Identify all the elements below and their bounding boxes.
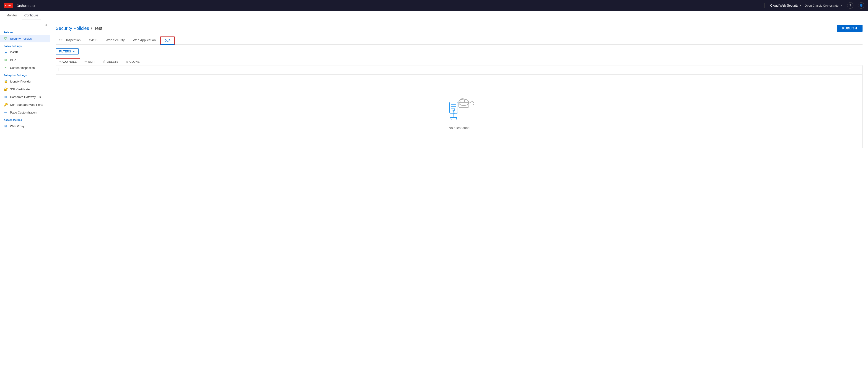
lock-icon: 🔐 (4, 87, 8, 91)
sidebar-label-web-proxy: Web Proxy (10, 124, 24, 128)
tabs-bar: SSL Inspection CASB Web Security Web App… (56, 36, 863, 45)
chevron-down-icon: ▾ (800, 4, 801, 7)
cloud-lock-icon: 🔒 (4, 79, 8, 84)
breadcrumb-current: Test (94, 26, 102, 31)
select-all-checkbox[interactable] (59, 68, 62, 71)
edit-button[interactable]: ✏ EDIT (81, 58, 98, 65)
clone-button[interactable]: ⧉ CLONE (123, 58, 143, 65)
sidebar-label-security-policies: Security Policies (10, 37, 32, 40)
svg-line-2 (469, 101, 472, 103)
user-button[interactable]: 👤 (858, 2, 864, 9)
sidebar-item-non-standard-web-ports[interactable]: 🔑 Non-Standard Web Ports (0, 101, 50, 108)
breadcrumb-link[interactable]: Security Policies (56, 26, 89, 31)
filter-icon: ▼ (72, 50, 75, 53)
vmw-logo: vmw (4, 3, 13, 8)
empty-state: No rules found (56, 74, 862, 148)
publish-button[interactable]: PUBLISH (837, 25, 863, 32)
clone-icon: ⧉ (126, 60, 128, 64)
sidebar-item-web-proxy[interactable]: ⊞ Web Proxy (0, 122, 50, 130)
top-nav: vmw Orchestrator Cloud Web Security ▾ Op… (0, 0, 868, 11)
leaf-icon: ❧ (4, 66, 8, 70)
open-classic-label: Open Classic Orchestrator (805, 4, 839, 7)
sidebar-section-access-method: Access Method (0, 116, 50, 122)
edit-box-icon: ✏ (4, 110, 8, 115)
delete-label: DELETE (107, 60, 119, 63)
top-nav-right: Open Classic Orchestrator ↗ ? 👤 (805, 2, 864, 9)
sidebar-item-casb[interactable]: ☁ CASB (0, 48, 50, 56)
sidebar-label-corporate-gateway-ips: Corporate Gateway IPs (10, 95, 41, 99)
sidebar-label-non-standard-web-ports: Non-Standard Web Ports (10, 103, 43, 106)
edit-icon: ✏ (85, 60, 87, 63)
table-container: No rules found (56, 65, 863, 148)
svg-point-6 (473, 106, 473, 106)
sidebar-section-policies: Policies (0, 29, 50, 35)
grid-lock-icon: ⊞ (4, 95, 8, 99)
delete-icon: 🗑 (103, 60, 106, 63)
sidebar-label-dlp: DLP (10, 58, 16, 62)
toolbar: FILTERS ▼ (56, 48, 863, 55)
sidebar-item-corporate-gateway-ips[interactable]: ⊞ Corporate Gateway IPs (0, 93, 50, 101)
sidebar-label-content-inspection: Content Inspection (10, 66, 35, 69)
clone-label: CLONE (129, 60, 140, 63)
sidebar-item-identity-provider[interactable]: 🔒 Identity Provider (0, 77, 50, 85)
sidebar-item-page-customization[interactable]: ✏ Page Customization (0, 108, 50, 116)
actions-bar: + ADD RULE ✏ EDIT 🗑 DELETE ⧉ CLONE (56, 58, 863, 65)
tab-ssl-inspection[interactable]: SSL Inspection (56, 36, 84, 45)
sidebar-item-dlp[interactable]: ⊞ DLP (0, 56, 50, 64)
sidebar-item-content-inspection[interactable]: ❧ Content Inspection (0, 64, 50, 71)
edit-label: EDIT (88, 60, 95, 63)
svg-point-4 (473, 104, 474, 105)
content-area: Security Policies / Test PUBLISH SSL Ins… (50, 20, 868, 380)
breadcrumb: Security Policies / Test (56, 26, 102, 31)
help-button[interactable]: ? (847, 2, 854, 9)
sidebar-section-enterprise-settings: Enterprise Settings (0, 71, 50, 77)
tab-web-application[interactable]: Web Application (129, 36, 159, 45)
sidebar-section-policy-settings: Policy Settings (0, 42, 50, 48)
select-all-checkbox-col[interactable] (59, 68, 66, 72)
lock-settings-icon: 🔑 (4, 102, 8, 107)
tab-configure[interactable]: Configure (22, 11, 41, 20)
add-rule-label: + ADD RULE (59, 60, 76, 63)
sidebar-label-ssl-certificate: SSL Certificate (10, 88, 30, 91)
product-selector[interactable]: Cloud Web Security ▾ (770, 4, 801, 7)
filters-button[interactable]: FILTERS ▼ (56, 48, 79, 55)
delete-button[interactable]: 🗑 DELETE (99, 58, 122, 65)
external-link-icon: ↗ (840, 4, 842, 7)
grid-icon: ⊞ (4, 58, 8, 62)
second-nav: Monitor Configure (0, 11, 868, 20)
page-header: Security Policies / Test PUBLISH (56, 25, 863, 32)
tab-monitor[interactable]: Monitor (4, 11, 20, 20)
svg-line-3 (472, 101, 474, 103)
shield-icon: 🛡 (4, 36, 8, 40)
sidebar-label-casb: CASB (10, 51, 18, 54)
app-name: Orchestrator (17, 4, 35, 7)
sidebar: « Policies 🛡 Security Policies Policy Se… (0, 20, 50, 380)
cloud-icon: ☁ (4, 50, 8, 54)
add-rule-button[interactable]: + ADD RULE (56, 58, 80, 65)
sidebar-collapse-button[interactable]: « (0, 23, 50, 29)
proxy-icon: ⊞ (4, 124, 8, 128)
sidebar-label-page-customization: Page Customization (10, 111, 36, 114)
sidebar-label-identity-provider: Identity Provider (10, 80, 31, 83)
sidebar-item-ssl-certificate[interactable]: 🔐 SSL Certificate (0, 85, 50, 93)
open-classic-link[interactable]: Open Classic Orchestrator ↗ (805, 4, 842, 7)
tab-web-security[interactable]: Web Security (102, 36, 128, 45)
breadcrumb-separator: / (91, 26, 92, 31)
main-layout: « Policies 🛡 Security Policies Policy Se… (0, 20, 868, 380)
filters-label: FILTERS (59, 50, 71, 53)
sidebar-item-security-policies[interactable]: 🛡 Security Policies (0, 35, 50, 42)
empty-state-message: No rules found (449, 126, 469, 130)
collapse-icon: « (45, 23, 47, 27)
empty-illustration (444, 93, 474, 122)
product-name: Cloud Web Security (770, 4, 798, 7)
table-header-row (56, 65, 862, 74)
tab-casb[interactable]: CASB (85, 36, 101, 45)
tab-dlp[interactable]: DLP (160, 36, 175, 45)
